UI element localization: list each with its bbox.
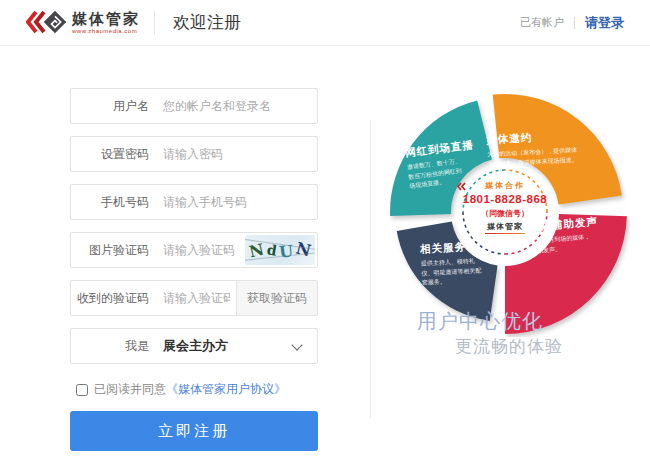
phone-input[interactable]	[149, 195, 317, 209]
brand-logo[interactable]: 媒体管家 www.zhaomedia.com	[26, 8, 140, 38]
tagline-primary-a: 用户中心	[417, 310, 501, 332]
role-select[interactable]: 我是 展会主办方	[70, 328, 318, 364]
contact-phone: 1801-8828-868	[463, 194, 548, 206]
phone-label: 手机号码	[71, 194, 149, 211]
password-label: 设置密码	[71, 146, 149, 163]
promo-panel: 网红到场直播 邀请数万、数十万、数百万粉丝的网红到场现场直播。 媒体邀约 为您的…	[370, 46, 650, 466]
get-code-button[interactable]: 获取验证码	[236, 280, 317, 316]
username-label: 用户名	[71, 98, 149, 115]
agreement-row: 已阅读并同意 《媒体管家用户协议》	[76, 381, 318, 398]
username-field-row: 用户名	[70, 88, 318, 124]
header: 媒体管家 www.zhaomedia.com 欢迎注册 已有帐户 请登录	[0, 0, 650, 46]
page-title: 欢迎注册	[173, 11, 241, 34]
sms-code-field-row: 收到的验证码 获取验证码	[70, 280, 318, 316]
login-link[interactable]: 请登录	[585, 14, 624, 32]
image-captcha-label: 图片验证码	[71, 242, 149, 259]
registration-form: 用户名 设置密码 手机号码 图片验证码 N d U N 收到的验证码 获取验证码…	[70, 88, 318, 451]
tagline-secondary: 更流畅的体验	[455, 335, 563, 358]
brand-logo-icon	[26, 8, 66, 38]
segment-title: 相关服务	[420, 239, 483, 256]
contact-brand-underline	[485, 233, 525, 235]
segment-desc: 提供主持人、模特礼仪、明星邀请等相关配套服务。	[421, 256, 484, 288]
image-captcha-input[interactable]	[149, 243, 245, 257]
phone-field-row: 手机号码	[70, 184, 318, 220]
brand-name: 媒体管家	[72, 11, 140, 26]
have-account-label: 已有帐户	[520, 15, 564, 30]
role-label: 我是	[71, 338, 149, 355]
role-value: 展会主办方	[149, 337, 293, 355]
tagline-primary-b: 优化	[501, 310, 543, 332]
segment-label-media-invite: 媒体邀约 为您的活动（发布会），提供媒体邀约服务，邀请媒体来现场报道。	[486, 129, 580, 170]
sms-code-input[interactable]	[149, 291, 236, 305]
tagline-primary: 用户中心优化	[417, 308, 543, 335]
image-captcha-field-row: 图片验证码 N d U N	[70, 232, 318, 268]
header-divider	[154, 11, 155, 35]
services-wheel: 网红到场直播 邀请数万、数十万、数百万粉丝的网红到场现场直播。 媒体邀约 为您的…	[380, 87, 630, 337]
mini-chevrons-icon	[457, 182, 468, 191]
contact-note: （同微信号）	[481, 210, 529, 218]
segment-label-influencer-live: 网红到场直播 邀请数万、数十万、数百万粉丝的网红到场现场直播。	[404, 140, 463, 192]
register-button[interactable]: 立即注册	[70, 411, 318, 451]
brand-site: www.zhaomedia.com	[72, 28, 140, 34]
agreement-link[interactable]: 《媒体管家用户协议》	[166, 381, 286, 398]
username-input[interactable]	[149, 99, 317, 113]
chevron-down-icon	[291, 339, 302, 350]
captcha-char: d	[266, 242, 278, 257]
agreement-checkbox[interactable]	[76, 384, 88, 396]
password-input[interactable]	[149, 147, 317, 161]
content-divider	[370, 120, 371, 418]
captcha-char: N	[295, 240, 313, 259]
captcha-image[interactable]: N d U N	[245, 235, 315, 265]
sms-code-label: 收到的验证码	[71, 290, 149, 307]
contact-center: 媒体合作 1801-8828-868 （同微信号） 媒体管家	[457, 182, 553, 234]
segment-label-related-services: 相关服务 提供主持人、模特礼仪、明星邀请等相关配套服务。	[420, 239, 484, 288]
contact-brand: 媒体管家	[487, 223, 523, 231]
password-field-row: 设置密码	[70, 136, 318, 172]
contact-tag: 媒体合作	[485, 182, 525, 190]
agreement-text: 已阅读并同意	[94, 381, 166, 398]
header-link-divider	[574, 17, 575, 29]
